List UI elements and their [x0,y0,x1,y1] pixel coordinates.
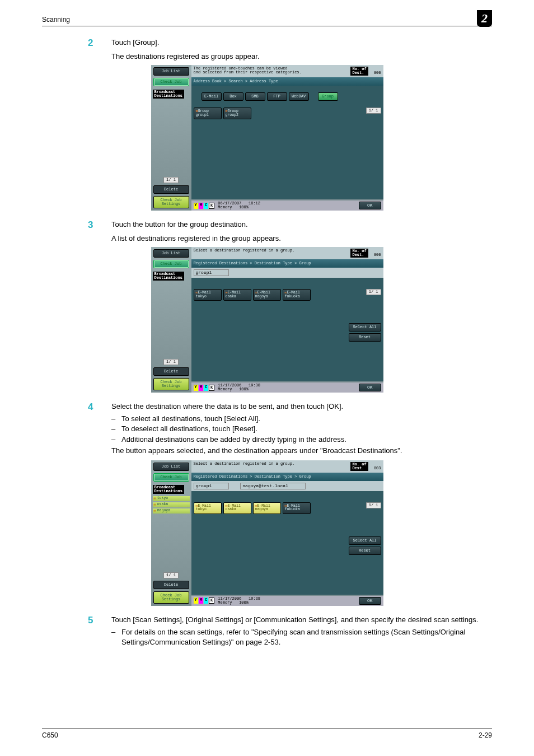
dest-count-value: 000 [371,253,381,257]
dest-tile-fukuoka[interactable]: ✉E-Mail fukuoka [283,502,311,514]
dest-tile-fukuoka[interactable]: ✉E-Mail fukuoka [283,289,311,301]
step-3: 3 Touch the button for the group destina… [88,220,492,231]
panel-message: Select a destination registered in a gro… [194,462,295,471]
step-2: 2 Touch [Group]. [88,38,492,49]
job-list-button[interactable]: Job List [153,463,189,471]
broadcast-destinations-label: Broadcast Destinations [153,272,184,281]
bullet: For details on the scan settings, refer … [121,627,492,647]
step-4: 4 Select the destination where the data … [88,402,492,456]
select-all-button[interactable]: Select All [349,323,381,332]
delete-button[interactable]: Delete [153,581,189,589]
check-job-settings-button[interactable]: Check Job Settings [153,591,189,604]
select-all-button[interactable]: Select All [349,536,381,545]
broadcast-destinations-label: Broadcast Destinations [153,485,184,494]
dest-count-value: 003 [371,466,381,470]
delete-button[interactable]: Delete [153,367,189,376]
bullet: To select all destinations, touch [Selec… [121,414,402,424]
step-number: 2 [88,38,111,49]
check-job-button[interactable]: Check Job [153,260,189,268]
sidebar-page-indicator: 1/ 1 [163,177,179,183]
ok-button[interactable]: OK [359,597,381,605]
dest-tile-osaka[interactable]: ✉E-Mail osaka [223,502,251,514]
content-page-indicator: 1/ 1 [366,502,381,508]
dest-tile-nagoya[interactable]: ✉E-Mail nagoya [253,502,281,514]
bullet: Additional destinations can be added by … [121,435,402,445]
step-text: Select the destination where the data is… [111,402,402,456]
memory-label: Memory [218,600,232,605]
sidebar-page-indicator: 1/ 1 [163,572,179,578]
step-5: 5 Touch [Scan Settings], [Original Setti… [88,615,492,649]
section-name: Scanning [42,16,70,24]
memory-label: Memory [218,205,232,209]
broadcast-item-tokyo[interactable]: ✉tokyo [153,496,190,501]
delete-button[interactable]: Delete [153,185,189,194]
dest-count-label: No. of Dest. [350,249,368,258]
tab-email[interactable]: E-Mail [202,92,222,101]
time: 18:12 [249,201,260,206]
dest-count-value: 000 [371,71,381,75]
group-name-field: group1 [194,483,229,489]
chapter-badge: 2 [477,10,492,27]
content-page-indicator: 1/ 1 [366,108,381,114]
broadcast-destinations-label: Broadcast Destinations [153,90,184,99]
step-number: 5 [88,615,111,626]
job-list-button[interactable]: Job List [153,67,189,76]
ok-button[interactable]: OK [359,384,381,391]
broadcast-item-osaka[interactable]: ✉osaka [153,502,190,507]
tab-webdav[interactable]: WebDAV [289,92,309,101]
memory-value: 100% [239,600,249,605]
ymck-indicator: YMCK [194,203,215,209]
mail-icon: ✉ [154,497,156,501]
screenshot-1: Job List Check Job Broadcast Destination… [151,65,383,211]
check-job-button[interactable]: Check Job [153,473,189,482]
dest-tile-tokyo[interactable]: ✉E-Mail tokyo [194,289,222,301]
page-number: 2-29 [479,731,492,739]
tab-ftp[interactable]: FTP [267,92,287,101]
tab-group[interactable]: Group [318,92,338,101]
breadcrumb: Registered Destinations > Destination Ty… [191,473,383,481]
breadcrumb: Address Book > Search > Address Type [191,77,383,86]
step-text: Touch the button for the group destinati… [111,220,248,230]
model-id: C650 [42,731,58,739]
dest-tile-tokyo[interactable]: ✉E-Mail tokyo [194,502,222,514]
group-tile-1[interactable]: ✿Group group1 [194,108,222,119]
address-field: nagoya@test.local [240,483,306,489]
dest-count-label: No. of Dest. [350,462,368,471]
broadcast-item-nagoya[interactable]: ✉nagoya [153,508,190,514]
page-header: Scanning 2 [42,17,492,26]
breadcrumb: Registered Destinations > Destination Ty… [191,259,383,268]
ymck-indicator: YMCK [194,385,215,391]
check-job-settings-button[interactable]: Check Job Settings [153,196,189,208]
check-job-button[interactable]: Check Job [153,78,189,86]
panel-message: The registered one-touches can be viewed… [194,67,302,76]
ymck-indicator: YMCK [194,598,215,604]
mail-icon: ✉ [154,509,156,513]
step-number: 3 [88,220,111,231]
sidebar-page-indicator: 1/ 1 [163,359,179,365]
mail-icon: ✉ [154,503,156,507]
dest-tile-osaka[interactable]: ✉E-Mail osaka [223,289,251,301]
content-page-indicator: 1/ 1 [366,289,381,295]
dest-tile-nagoya[interactable]: ✉E-Mail nagoya [253,289,281,301]
step-4-after: The button appears selected, and the des… [111,446,402,455]
reset-button[interactable]: Reset [349,547,381,555]
panel-message: Select a destination registered in a gro… [194,249,295,258]
ok-button[interactable]: OK [359,202,381,209]
group-name-field: group1 [194,269,229,276]
memory-value: 100% [239,387,249,391]
time: 19:38 [249,383,260,388]
step-number: 4 [88,402,111,413]
reset-button[interactable]: Reset [349,333,381,342]
screenshot-3: Job List Check Job Broadcast Destination… [151,460,383,606]
screenshot-2: Job List Check Job Broadcast Destination… [151,247,383,393]
step-2-caption: The destinations registered as groups ap… [111,52,492,60]
group-tile-2[interactable]: ✿Group group2 [223,108,251,119]
job-list-button[interactable]: Job List [153,249,189,258]
tab-box[interactable]: Box [223,92,243,101]
tab-smb[interactable]: SMB [245,92,265,101]
memory-value: 100% [239,205,249,209]
page-footer: C650 2-29 [42,729,492,739]
check-job-settings-button[interactable]: Check Job Settings [153,378,189,390]
step-3-caption: A list of destinations registered in the… [111,234,492,242]
dest-count-label: No. of Dest. [350,67,368,76]
